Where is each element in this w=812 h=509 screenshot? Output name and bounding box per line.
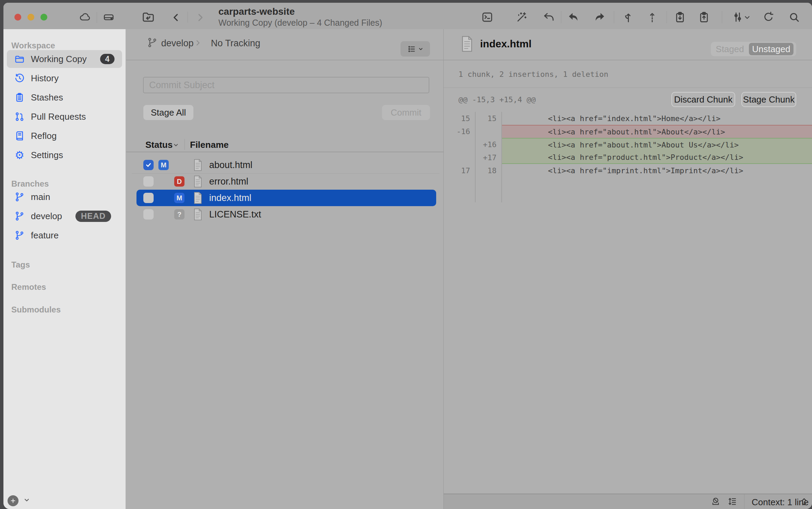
gutter-divider [475,112,476,202]
code-text: <li><a href="about.html">About</a></li> [501,125,812,138]
file-row-about[interactable]: M about.html [126,157,443,173]
context-stepper[interactable] [800,497,808,508]
undo-icon[interactable] [543,11,555,23]
file-name: about.html [209,160,252,170]
file-row-error[interactable]: D error.html [126,173,443,190]
tab-staged[interactable]: Staged [711,44,749,55]
filter-sliders-icon[interactable] [731,11,744,23]
cloud-icon[interactable] [79,11,91,23]
old-line-number [444,151,475,164]
sidebar-section-submodules[interactable]: Submodules [3,306,126,314]
sidebar-section-branches: Branches [3,180,126,188]
stage-checkbox[interactable] [143,193,154,203]
diff-line-added[interactable]: +17 <li><a href="product.html">Product</… [444,151,812,164]
rebase-icon[interactable] [646,11,658,23]
branch-bar: develop No Tracking [126,29,443,60]
code-text: <li><a href="index.html">Home</a></li> [501,112,812,125]
open-repo-icon[interactable] [141,10,155,24]
sidebar-item-reflog[interactable]: Reflog [7,127,122,145]
stage-checkbox[interactable] [143,160,154,170]
sidebar-item-label: feature [31,230,59,241]
stage-chunk-button[interactable]: Stage Chunk [741,92,796,107]
list-view-dropdown[interactable] [401,41,430,57]
diff-line-context[interactable]: 17 18 <li><a href="imprint.html">Imprint… [444,164,812,177]
back-icon[interactable] [171,12,181,23]
pull-arrow-icon[interactable] [567,11,580,23]
diff-line-context[interactable]: 15 15 <li><a href="index.html">Home</a><… [444,112,812,125]
magic-wand-icon[interactable] [515,11,528,23]
add-repo-button[interactable] [8,495,19,506]
staged-unstaged-segmented: Staged Unstaged [711,42,796,56]
stage-checkbox[interactable] [143,209,154,220]
commit-subject-input[interactable] [143,77,429,93]
commit-button[interactable]: Commit [382,105,430,120]
file-icon [460,35,474,54]
clipboard-up-icon[interactable] [698,11,710,23]
sidebar-section-remotes[interactable]: Remotes [3,283,126,291]
branch-icon [147,37,158,49]
sidebar-item-pull-requests[interactable]: Pull Requests [7,108,122,126]
clipboard-down-icon[interactable] [674,11,686,23]
terminal-icon[interactable] [481,11,493,23]
stage-all-button[interactable]: Stage All [143,105,193,120]
sidebar-section-tags[interactable]: Tags [3,261,126,269]
merge-icon[interactable] [622,11,634,23]
search-icon[interactable] [788,11,800,23]
status-badge: D [174,176,184,187]
file-row-index[interactable]: M index.html [126,190,443,206]
column-filename[interactable]: Filename [190,140,229,150]
diff-header: index.html Staged Unstaged [444,29,812,60]
sidebar-item-stashes[interactable]: Stashes [7,88,122,106]
forward-icon[interactable] [195,12,205,23]
nav-divider [188,12,188,23]
column-divider[interactable] [184,139,185,150]
toolbar-divider [561,11,561,23]
sidebar-item-branch-feature[interactable]: feature [7,226,122,244]
window-title: carparts-website [218,6,295,17]
diff-line-added[interactable]: +16 <li><a href="about.html">About Us</a… [444,138,812,151]
diff-lines: 15 15 <li><a href="index.html">Home</a><… [444,112,812,177]
chevron-right-icon [194,39,202,48]
zoom-window-button[interactable] [40,14,47,21]
drive-icon[interactable] [103,11,115,23]
stage-checkbox[interactable] [143,176,154,187]
sidebar-item-working-copy[interactable]: Working Copy 4 [7,50,122,68]
folder-icon [14,54,25,64]
summary-divider [444,87,812,88]
file-icon [193,191,203,206]
new-line-number: 15 [475,112,501,125]
toolbar-divider [614,11,614,23]
add-repo-chevron-icon[interactable] [23,497,30,505]
old-line-number: 15 [444,112,475,125]
minimize-window-button[interactable] [27,14,34,21]
sort-chevron-icon[interactable] [173,142,179,150]
discard-chunk-button[interactable]: Discard Chunk [671,92,735,107]
sidebar-item-label: Settings [31,150,63,161]
current-branch-label[interactable]: develop [161,38,194,49]
new-line-number: +17 [475,151,501,164]
file-row-license[interactable]: ? LICENSE.txt [126,206,443,223]
history-icon [14,73,25,84]
line-spacing-icon[interactable] [727,496,737,507]
new-line-number: +16 [475,138,501,151]
sidebar-item-branch-main[interactable]: main [7,188,122,206]
sidebar-item-label: develop [31,211,62,222]
sidebar-item-branch-develop[interactable]: develop HEAD [7,207,122,225]
refresh-icon[interactable] [762,11,775,23]
tab-unstaged[interactable]: Unstaged [749,43,793,55]
sidebar-item-label: History [31,73,59,84]
sidebar-item-settings[interactable]: ⚙ Settings [7,146,122,164]
statusbar-divider [744,494,744,509]
ignore-whitespace-icon[interactable] [710,496,721,507]
code-text: <li><a href="product.html">Product</a></… [501,151,812,164]
tracking-label[interactable]: No Tracking [211,38,260,49]
diff-line-deleted[interactable]: -16 <li><a href="about.html">About</a></… [444,125,812,138]
chevron-down-icon[interactable] [743,14,751,21]
status-badge: M [158,160,169,170]
sidebar-item-history[interactable]: History [7,69,122,87]
column-status[interactable]: Status [145,140,172,150]
close-window-button[interactable] [14,14,21,21]
status-badge: ? [174,209,184,220]
file-list-header: Status Filename [126,137,443,152]
push-arrow-icon[interactable] [594,11,606,23]
